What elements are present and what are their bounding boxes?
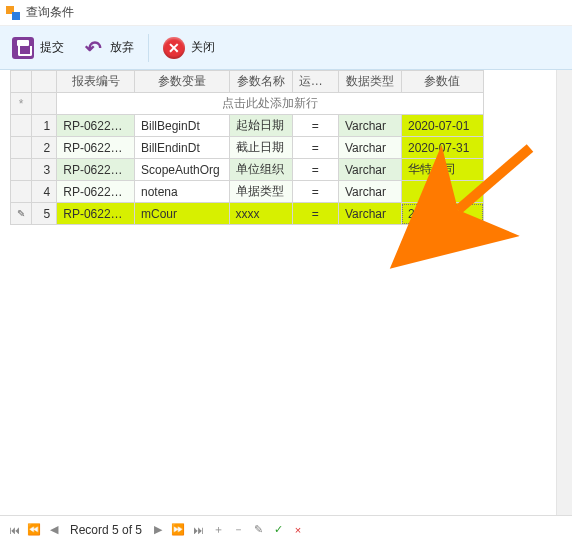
row-indicator <box>11 115 32 137</box>
row-indicator <box>11 137 32 159</box>
table-row-selected[interactable]: ✎ 5 RP-0622002 mCour xxxx = Varchar 2020… <box>11 203 484 225</box>
grid-new-row[interactable]: * 点击此处添加新行 <box>11 93 484 115</box>
col-data-type[interactable]: 数据类型 <box>338 71 401 93</box>
cell-data-type[interactable]: Varchar <box>338 137 401 159</box>
text-cursor <box>452 207 453 220</box>
cell-param-name[interactable]: 起始日期 <box>229 115 292 137</box>
cell-report-no[interactable]: RP-0622002 <box>57 137 135 159</box>
new-row-hint[interactable]: 点击此处添加新行 <box>57 93 484 115</box>
nav-prev-button[interactable]: ◀ <box>46 522 62 538</box>
nav-next-page-button[interactable]: ⏩ <box>170 522 186 538</box>
grid-area: 报表编号 参数变量 参数名称 运算符 数据类型 参数值 * 点击此处添加新行 1… <box>0 70 572 515</box>
editing-value: 2020-07 <box>408 207 452 221</box>
col-rownum[interactable] <box>32 71 57 93</box>
nav-delete-button[interactable]: － <box>230 522 246 538</box>
titlebar: 查询条件 <box>0 0 572 26</box>
row-edit-indicator: ✎ <box>11 203 32 225</box>
cell-param-value-editing[interactable]: 2020-07 <box>401 203 483 225</box>
window-title: 查询条件 <box>26 4 74 21</box>
cell-param-name[interactable]: 单位组织 <box>229 159 292 181</box>
row-indicator <box>11 159 32 181</box>
nav-cancel-button[interactable]: × <box>290 522 306 538</box>
row-number: 1 <box>32 115 57 137</box>
cell-operator[interactable]: = <box>292 115 338 137</box>
cell-operator[interactable]: = <box>292 181 338 203</box>
cell-report-no[interactable]: RP-0622002 <box>57 181 135 203</box>
data-grid[interactable]: 报表编号 参数变量 参数名称 运算符 数据类型 参数值 * 点击此处添加新行 1… <box>10 70 484 225</box>
row-indicator <box>11 181 32 203</box>
app-icon <box>6 6 20 20</box>
cell-report-no[interactable]: RP-0622002 <box>57 203 135 225</box>
nav-next-button[interactable]: ▶ <box>150 522 166 538</box>
cell-report-no[interactable]: RP-0622002 <box>57 115 135 137</box>
cell-param-name[interactable]: 单据类型 <box>229 181 292 203</box>
cell-param-var[interactable]: BillBeginDt <box>135 115 230 137</box>
grid-header-row: 报表编号 参数变量 参数名称 运算符 数据类型 参数值 <box>11 71 484 93</box>
col-indicator[interactable] <box>11 71 32 93</box>
submit-button[interactable]: 提交 <box>8 35 68 61</box>
cell-param-name[interactable]: 截止日期 <box>229 137 292 159</box>
vertical-scrollbar[interactable] <box>556 70 572 515</box>
submit-label: 提交 <box>40 39 64 56</box>
cell-operator[interactable]: = <box>292 159 338 181</box>
col-operator[interactable]: 运算符 <box>292 71 338 93</box>
discard-label: 放弃 <box>110 39 134 56</box>
toolbar: 提交 ↶ 放弃 ✕ 关闭 <box>0 26 572 70</box>
nav-last-button[interactable]: ⏭ <box>190 522 206 538</box>
undo-icon: ↶ <box>82 37 104 59</box>
table-row[interactable]: 4 RP-0622002 notena 单据类型 = Varchar <box>11 181 484 203</box>
col-param-name[interactable]: 参数名称 <box>229 71 292 93</box>
nav-prev-page-button[interactable]: ⏪ <box>26 522 42 538</box>
col-param-value[interactable]: 参数值 <box>401 71 483 93</box>
cell-param-value[interactable]: 华特公司 <box>401 159 483 181</box>
row-number: 5 <box>32 203 57 225</box>
save-icon <box>12 37 34 59</box>
new-row-marker: * <box>11 93 32 115</box>
cell-param-value[interactable]: 2020-07-01 <box>401 115 483 137</box>
discard-button[interactable]: ↶ 放弃 <box>78 35 138 61</box>
close-label: 关闭 <box>191 39 215 56</box>
cell-data-type[interactable]: Varchar <box>338 203 401 225</box>
record-position-label: Record 5 of 5 <box>70 523 142 537</box>
cell-data-type[interactable]: Varchar <box>338 159 401 181</box>
nav-edit-button[interactable]: ✎ <box>250 522 266 538</box>
cell-data-type[interactable]: Varchar <box>338 115 401 137</box>
cell-param-var[interactable]: BillEndinDt <box>135 137 230 159</box>
row-number: 4 <box>32 181 57 203</box>
cell-param-var[interactable]: notena <box>135 181 230 203</box>
cell-param-var[interactable]: mCour <box>135 203 230 225</box>
cell-param-name[interactable]: xxxx <box>229 203 292 225</box>
table-row[interactable]: 1 RP-0622002 BillBeginDt 起始日期 = Varchar … <box>11 115 484 137</box>
nav-first-button[interactable]: ⏮ <box>6 522 22 538</box>
row-number: 2 <box>32 137 57 159</box>
col-report-no[interactable]: 报表编号 <box>57 71 135 93</box>
table-row[interactable]: 2 RP-0622002 BillEndinDt 截止日期 = Varchar … <box>11 137 484 159</box>
toolbar-separator <box>148 34 149 62</box>
cell-operator[interactable]: = <box>292 203 338 225</box>
cell-param-value[interactable] <box>401 181 483 203</box>
record-navigator: ⏮ ⏪ ◀ Record 5 of 5 ▶ ⏩ ⏭ ＋ － ✎ ✓ × <box>0 515 572 543</box>
row-number: 3 <box>32 159 57 181</box>
col-param-var[interactable]: 参数变量 <box>135 71 230 93</box>
close-button[interactable]: ✕ 关闭 <box>159 35 219 61</box>
close-icon: ✕ <box>163 37 185 59</box>
cell-param-value[interactable]: 2020-07-31 <box>401 137 483 159</box>
cell-data-type[interactable]: Varchar <box>338 181 401 203</box>
nav-accept-button[interactable]: ✓ <box>270 522 286 538</box>
cell-param-var[interactable]: ScopeAuthOrg <box>135 159 230 181</box>
table-row[interactable]: 3 RP-0622002 ScopeAuthOrg 单位组织 = Varchar… <box>11 159 484 181</box>
nav-add-button[interactable]: ＋ <box>210 522 226 538</box>
cell-operator[interactable]: = <box>292 137 338 159</box>
cell-report-no[interactable]: RP-0622002 <box>57 159 135 181</box>
